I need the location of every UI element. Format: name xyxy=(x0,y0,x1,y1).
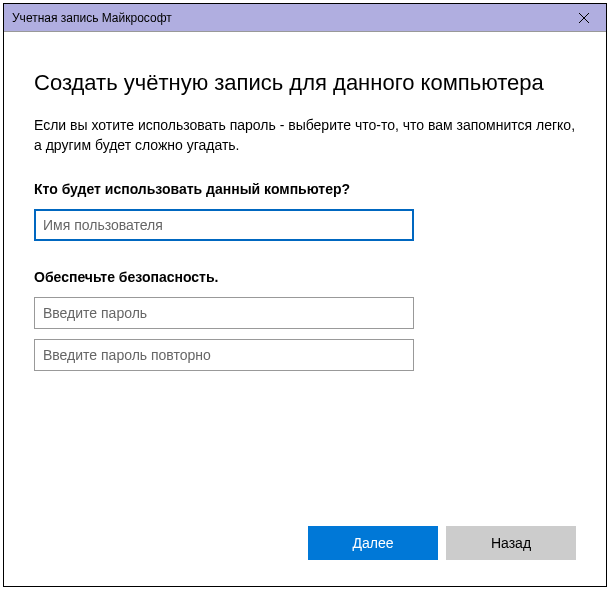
content-area: Создать учётную запись для данного компь… xyxy=(4,32,606,586)
page-heading: Создать учётную запись для данного компь… xyxy=(34,70,576,96)
back-button[interactable]: Назад xyxy=(446,526,576,560)
footer-buttons: Далее Назад xyxy=(34,526,576,566)
window: Учетная запись Майкрософт Создать учётну… xyxy=(3,3,607,587)
close-button[interactable] xyxy=(562,4,606,32)
section-user-label: Кто будет использовать данный компьютер? xyxy=(34,181,576,197)
section-security-label: Обеспечьте безопасность. xyxy=(34,269,576,285)
titlebar: Учетная запись Майкрософт xyxy=(4,4,606,32)
page-description: Если вы хотите использовать пароль - выб… xyxy=(34,116,576,155)
section-user: Кто будет использовать данный компьютер? xyxy=(34,181,576,251)
username-input[interactable] xyxy=(34,209,414,241)
window-title: Учетная запись Майкрософт xyxy=(12,11,172,25)
close-icon xyxy=(579,13,589,23)
next-button[interactable]: Далее xyxy=(308,526,438,560)
spacer xyxy=(34,381,576,526)
section-security: Обеспечьте безопасность. xyxy=(34,269,576,381)
password-input[interactable] xyxy=(34,297,414,329)
password-confirm-input[interactable] xyxy=(34,339,414,371)
